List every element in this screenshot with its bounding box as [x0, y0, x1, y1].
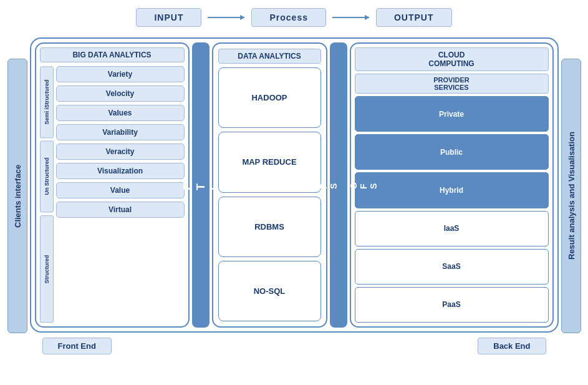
inner-content: BIG DATA ANALYTICS Semi iStructured Un S… — [27, 37, 561, 354]
item-values: Values — [56, 105, 185, 121]
data-groups: Semi iStructured Un Structured Structure… — [40, 66, 185, 323]
structured-label: Structured — [40, 215, 54, 323]
group-label-col: Semi iStructured Un Structured Structure… — [40, 66, 54, 323]
rdbms-item: RDBMS — [218, 197, 321, 257]
cloud-saas: SaaS — [355, 249, 549, 285]
left-panel: BIG DATA ANALYTICS Semi iStructured Un S… — [35, 42, 190, 328]
semi-structured-label: Semi iStructured — [40, 66, 54, 138]
middle-items: HADOOP MAP REDUCE RDBMS NO-SQL — [218, 67, 321, 321]
cloud-paas: PaaS — [355, 287, 549, 323]
back-end-box: Back End — [478, 338, 546, 354]
clients-interface-label: Clients interface — [7, 59, 27, 333]
un-structured-label: Un Structured — [40, 140, 54, 212]
svg-marker-1 — [240, 15, 245, 20]
arrow-1 — [208, 12, 245, 22]
right-panel: CLOUDCOMPUTING PROVIDERSERVICES Private … — [350, 42, 554, 328]
item-variety: Variety — [56, 66, 185, 82]
result-analysis-label: Result analysis and Visualisation — [561, 59, 581, 333]
items-col: Variety Velocity Values Variability Vera… — [56, 66, 185, 323]
big-outer-border: BIG DATA ANALYTICS Semi iStructured Un S… — [30, 37, 559, 333]
svg-marker-3 — [365, 15, 370, 20]
item-veracity: Veracity — [56, 144, 185, 160]
big-data-title: BIG DATA ANALYTICS — [40, 47, 185, 62]
input-box: INPUT — [136, 8, 201, 27]
hdfs-bar: HDFSGFS — [330, 42, 347, 328]
etl-bar: ETL — [192, 42, 210, 328]
data-analytics-title: DATA ANALYTICS — [218, 49, 321, 64]
item-velocity: Velocity — [56, 85, 185, 102]
front-end-box: Front End — [42, 338, 112, 354]
process-box: Process — [251, 8, 325, 27]
arrow-2 — [332, 12, 370, 22]
nosql-item: NO-SQL — [218, 261, 321, 321]
cloud-private: Private — [355, 96, 549, 132]
panels-wrapper: BIG DATA ANALYTICS Semi iStructured Un S… — [35, 42, 554, 328]
hadoop-item: HADOOP — [218, 67, 321, 128]
cloud-title: CLOUDCOMPUTING — [355, 47, 549, 71]
cloud-items: Private Public Hybrid IaaS SaaS PaaS — [355, 96, 549, 323]
cloud-public: Public — [355, 134, 549, 170]
bottom-row: Front End Back End — [30, 338, 559, 354]
cloud-iaas: IaaS — [355, 211, 549, 246]
provider-title: PROVIDERSERVICES — [355, 74, 549, 94]
item-value: Value — [56, 182, 185, 198]
flow-bar: INPUT Process OUTPUT — [7, 6, 581, 29]
item-variability: Variability — [56, 124, 185, 140]
cloud-hybrid: Hybrid — [355, 172, 549, 208]
item-visualization: Visualization — [56, 163, 185, 179]
output-box: OUTPUT — [376, 8, 452, 27]
main-container: INPUT Process OUTPUT Clients interface B… — [7, 6, 581, 374]
outer-wrapper: Clients interface BIG DATA ANALYTICS Sem… — [7, 37, 581, 354]
item-virtual: Virtual — [56, 202, 185, 218]
